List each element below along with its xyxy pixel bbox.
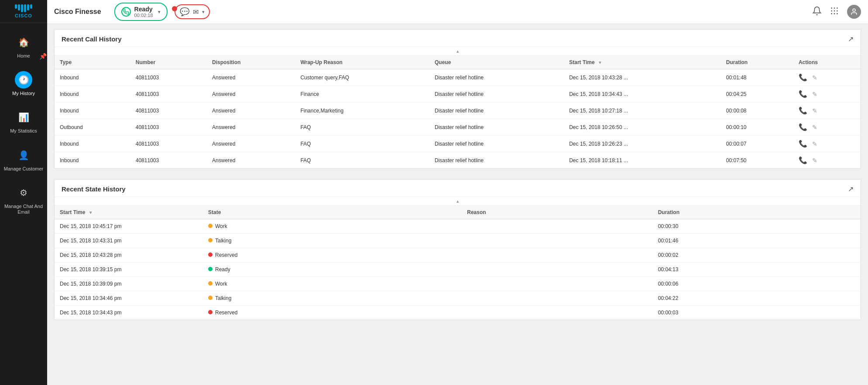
col-state: State [203,206,462,219]
state-history-body: Start Time ▼ State Reason Duration Dec 1… [55,206,861,320]
logo-bar [30,4,32,9]
status-button[interactable]: Ready 00:02:18 ▾ [114,3,168,21]
pin-icon[interactable]: 📌 [39,53,47,60]
svg-point-1 [834,7,835,9]
svg-point-7 [834,13,835,14]
cell-queue: Disaster relief hotline [429,86,564,102]
call-history-collapse[interactable]: ▴ [55,47,861,56]
state-history-panel: Recent State History ↗ ▴ Start Time ▼ St… [54,179,861,320]
table-row: Dec 15, 2018 10:43:31 pm Talking 00:01:4… [55,234,861,248]
cell-duration: 00:00:02 [653,248,861,262]
logo-bar [15,4,17,9]
col-number: Number [130,56,207,69]
call-action-icon[interactable]: 📞 [799,140,807,147]
dialpad-icon[interactable] [830,6,839,18]
cell-type: Inbound [55,86,130,102]
channel-buttons[interactable]: 💬 ✉ ▾ [175,4,210,19]
cell-starttime: Dec 15, 2018 10:34:43 pm [55,306,203,320]
topbar-right [812,5,861,19]
cell-reason [462,219,652,234]
call-action-icon[interactable]: 📞 [799,123,807,131]
cell-actions: 📞 ✎ [793,86,861,102]
cell-reason [462,234,652,248]
cell-starttime: Dec 15, 2018 10:43:28 ... [564,69,721,86]
status-chevron-icon: ▾ [158,9,161,15]
sidebar-item-label: My Statistics [10,128,37,134]
cell-duration: 00:01:48 [721,69,793,86]
table-row: Dec 15, 2018 10:39:09 pm Work 00:00:06 [55,277,861,291]
sidebar-item-my-statistics[interactable]: 📊 My Statistics [0,102,47,140]
manage-customer-icon: 👤 [15,147,32,164]
call-history-expand-icon[interactable]: ↗ [848,35,854,43]
edit-action-icon[interactable]: ✎ [812,157,817,164]
edit-action-icon[interactable]: ✎ [812,91,817,98]
cell-duration: 00:04:22 [653,291,861,306]
cell-duration: 00:00:03 [653,306,861,320]
logo-bar [27,4,29,10]
cell-duration: 00:00:10 [721,119,793,136]
svg-point-6 [831,13,832,14]
cell-wrapup: Customer query,FAQ [295,69,429,86]
phone-ready-icon [121,7,131,17]
edit-action-icon[interactable]: ✎ [812,74,817,81]
state-dot-icon [208,281,213,286]
user-avatar[interactable] [847,5,861,19]
state-history-expand-icon[interactable]: ↗ [848,185,854,193]
call-action-icon[interactable]: 📞 [799,157,807,164]
home-icon: 🏠 [15,34,32,51]
col-reason: Reason [462,206,652,219]
cell-actions: 📞 ✎ [793,102,861,119]
col-starttime-state[interactable]: Start Time ▼ [55,206,203,219]
cell-starttime: Dec 15, 2018 10:34:43 ... [564,86,721,102]
table-row: Inbound 40811003 Answered Customer query… [55,69,861,86]
cisco-logo: CISCO [15,4,32,18]
svg-point-0 [831,7,832,9]
sidebar-nav: 🏠 Home 🕐 My History 📊 My Statistics 👤 Ma… [0,23,47,385]
state-history-scroll[interactable]: Start Time ▼ State Reason Duration Dec 1… [55,206,861,320]
cell-queue: Disaster relief hotline [429,136,564,152]
state-history-table: Start Time ▼ State Reason Duration Dec 1… [55,206,861,320]
edit-action-icon[interactable]: ✎ [812,107,817,114]
sidebar-item-my-history[interactable]: 🕐 My History [0,65,47,102]
cell-wrapup: FAQ [295,119,429,136]
call-history-table: Type Number Disposition Wrap-Up Reason Q… [55,56,861,168]
col-duration-state: Duration [653,206,861,219]
edit-action-icon[interactable]: ✎ [812,124,817,131]
channel-chevron-icon: ▾ [202,9,205,15]
cell-number: 40811003 [130,102,207,119]
col-disposition: Disposition [207,56,295,69]
notification-icon[interactable] [812,6,822,18]
cell-state: Work [203,219,462,234]
cell-duration: 00:00:06 [653,277,861,291]
call-action-icon[interactable]: 📞 [799,107,807,114]
cell-duration: 00:04:13 [653,262,861,277]
table-row: Inbound 40811003 Answered FAQ Disaster r… [55,136,861,152]
call-history-title: Recent Call History [62,35,122,43]
cell-starttime: Dec 15, 2018 10:26:50 ... [564,119,721,136]
call-action-icon[interactable]: 📞 [799,74,807,81]
col-duration: Duration [721,56,793,69]
call-action-icon[interactable]: 📞 [799,90,807,98]
col-wrapup: Wrap-Up Reason [295,56,429,69]
col-starttime[interactable]: Start Time ▼ [564,56,721,69]
sidebar-item-label: Manage Customer [4,166,44,172]
cell-queue: Disaster relief hotline [429,119,564,136]
cell-number: 40811003 [130,136,207,152]
state-history-header: Recent State History ↗ [55,180,861,197]
state-history-title: Recent State History [62,185,126,193]
cell-actions: 📞 ✎ [793,69,861,86]
edit-action-icon[interactable]: ✎ [812,140,817,147]
col-actions: Actions [793,56,861,69]
call-history-panel: Recent Call History ↗ ▴ Type Number Disp… [54,29,861,169]
cell-state: Reserved [203,248,462,262]
sidebar-item-manage-chat-email[interactable]: ⚙ Manage Chat And Email [0,178,47,221]
state-history-collapse[interactable]: ▴ [55,197,861,206]
state-dot-icon [208,224,213,228]
cell-type: Inbound [55,69,130,86]
sidebar-item-manage-customer[interactable]: 👤 Manage Customer [0,140,47,178]
cell-number: 40811003 [130,152,207,169]
status-time: 00:02:18 [134,13,153,18]
table-row: Dec 15, 2018 10:39:15 pm Ready 00:04:13 [55,262,861,277]
sort-icon: ▼ [598,60,602,65]
cell-disposition: Answered [207,69,295,86]
